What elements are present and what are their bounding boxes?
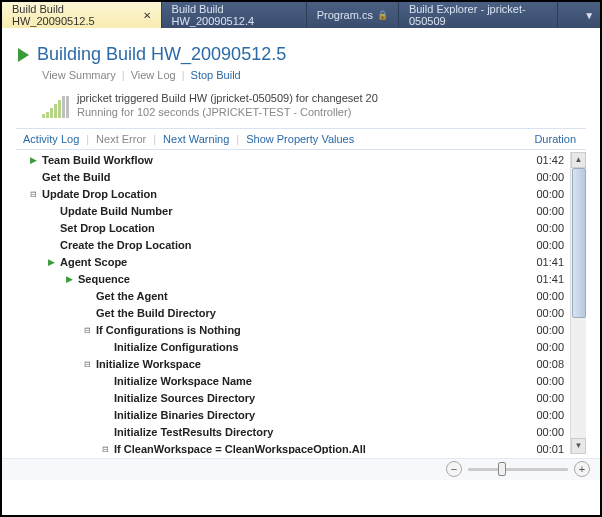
log-row-duration: 01:41 xyxy=(522,256,570,268)
expander-placeholder xyxy=(98,425,112,439)
close-icon[interactable]: ✕ xyxy=(139,10,151,21)
log-row-duration: 00:01 xyxy=(522,443,570,454)
log-row-duration: 00:08 xyxy=(522,358,570,370)
scroll-down-icon[interactable]: ▼ xyxy=(571,438,586,454)
log-row-label: Agent Scope xyxy=(60,256,522,268)
collapse-icon[interactable]: ⊟ xyxy=(80,323,94,337)
log-row-duration: 00:00 xyxy=(522,171,570,183)
log-row[interactable]: Initialize TestResults Directory00:00 xyxy=(16,424,570,441)
log-row-duration: 00:00 xyxy=(522,307,570,319)
scroll-up-icon[interactable]: ▲ xyxy=(571,152,586,168)
log-rows: ▶Team Build Workflow01:42Get the Build00… xyxy=(16,152,570,454)
vertical-scrollbar[interactable]: ▲ ▼ xyxy=(570,152,586,454)
zoom-out-button[interactable]: − xyxy=(446,461,462,477)
view-log-link[interactable]: View Log xyxy=(131,69,176,81)
view-nav: View Summary | View Log | Stop Build xyxy=(42,69,586,81)
collapse-icon[interactable]: ⊟ xyxy=(98,442,112,454)
page-title: Building Build HW_20090512.5 xyxy=(37,44,286,65)
duration-header[interactable]: Duration xyxy=(527,133,586,145)
log-row-label: Team Build Workflow xyxy=(42,154,522,166)
expander-placeholder xyxy=(44,221,58,235)
next-error-link[interactable]: Next Error xyxy=(89,133,153,145)
running-arrow-icon[interactable]: ▶ xyxy=(62,272,76,286)
status-line2: Running for 102 seconds (JPRICKET-TEST -… xyxy=(77,105,378,119)
log-row[interactable]: ⊟Initialize Workspace00:08 xyxy=(16,356,570,373)
log-row[interactable]: Update Build Number00:00 xyxy=(16,203,570,220)
log-row[interactable]: Get the Build Directory00:00 xyxy=(16,305,570,322)
log-row[interactable]: ⊟Update Drop Location00:00 xyxy=(16,186,570,203)
log-row-duration: 01:42 xyxy=(522,154,570,166)
zoom-in-button[interactable]: + xyxy=(574,461,590,477)
log-row[interactable]: Initialize Binaries Directory00:00 xyxy=(16,407,570,424)
log-row[interactable]: ▶Agent Scope01:41 xyxy=(16,254,570,271)
tab-spacer xyxy=(558,2,578,28)
tab-overflow-menu[interactable]: ▼ xyxy=(578,2,600,28)
expander-placeholder xyxy=(44,238,58,252)
log-row-duration: 00:00 xyxy=(522,409,570,421)
expander-placeholder xyxy=(98,340,112,354)
status-line1: jpricket triggered Build HW (jpricket-05… xyxy=(77,91,378,105)
log-row[interactable]: Create the Drop Location00:00 xyxy=(16,237,570,254)
running-icon xyxy=(18,48,29,62)
zoom-bar: − + xyxy=(2,458,600,480)
status-row: jpricket triggered Build HW (jpricket-05… xyxy=(42,91,586,120)
log-row-label: Update Drop Location xyxy=(42,188,522,200)
log-row-duration: 01:41 xyxy=(522,273,570,285)
tab-label: Build Explorer - jpricket-050509 xyxy=(409,3,547,27)
log-row-label: Initialize Workspace Name xyxy=(114,375,522,387)
log-row-duration: 00:00 xyxy=(522,324,570,336)
log-row[interactable]: ⊟If CleanWorkspace = CleanWorkspaceOptio… xyxy=(16,441,570,454)
tab-bar: Build Build HW_20090512.5 ✕ Build Build … xyxy=(2,2,600,28)
expander-placeholder xyxy=(44,204,58,218)
log-row-label: Get the Build Directory xyxy=(96,307,522,319)
log-row[interactable]: Get the Agent00:00 xyxy=(16,288,570,305)
title-row: Building Build HW_20090512.5 xyxy=(18,44,586,65)
lock-icon: 🔒 xyxy=(377,10,388,20)
log-filter-bar: Activity Log | Next Error | Next Warning… xyxy=(16,128,586,150)
scroll-thumb[interactable] xyxy=(572,168,586,318)
log-row-label: Update Build Number xyxy=(60,205,522,217)
separator: | xyxy=(182,69,185,81)
collapse-icon[interactable]: ⊟ xyxy=(26,187,40,201)
log-row-duration: 00:00 xyxy=(522,341,570,353)
content: Building Build HW_20090512.5 View Summar… xyxy=(2,28,600,458)
log-row-label: If Configurations is Nothing xyxy=(96,324,522,336)
log-row-label: Get the Build xyxy=(42,171,522,183)
log-row[interactable]: ▶Sequence01:41 xyxy=(16,271,570,288)
collapse-icon[interactable]: ⊟ xyxy=(80,357,94,371)
running-arrow-icon[interactable]: ▶ xyxy=(44,255,58,269)
log-row[interactable]: ⊟If Configurations is Nothing00:00 xyxy=(16,322,570,339)
log-row-duration: 00:00 xyxy=(522,392,570,404)
expander-placeholder xyxy=(80,306,94,320)
log-row[interactable]: Initialize Configurations00:00 xyxy=(16,339,570,356)
view-summary-link[interactable]: View Summary xyxy=(42,69,116,81)
running-arrow-icon[interactable]: ▶ xyxy=(26,153,40,167)
expander-placeholder xyxy=(98,374,112,388)
show-property-values-link[interactable]: Show Property Values xyxy=(239,133,361,145)
stop-build-link[interactable]: Stop Build xyxy=(191,69,241,81)
log-row-label: Sequence xyxy=(78,273,522,285)
zoom-slider[interactable] xyxy=(468,468,568,471)
log-row-duration: 00:00 xyxy=(522,426,570,438)
log-row[interactable]: ▶Team Build Workflow01:42 xyxy=(16,152,570,169)
log-area: ▶Team Build Workflow01:42Get the Build00… xyxy=(16,152,586,454)
activity-log-tab[interactable]: Activity Log xyxy=(16,133,86,145)
expander-placeholder xyxy=(98,391,112,405)
tab-label: Build Build HW_20090512.5 xyxy=(12,3,135,27)
sparkline-icon xyxy=(42,92,69,118)
tab[interactable]: Build Explorer - jpricket-050509 xyxy=(399,2,558,28)
log-row-duration: 00:00 xyxy=(522,290,570,302)
tab[interactable]: Program.cs 🔒 xyxy=(307,2,399,28)
zoom-slider-knob[interactable] xyxy=(498,462,506,476)
log-row[interactable]: Get the Build00:00 xyxy=(16,169,570,186)
tab-label: Program.cs xyxy=(317,9,373,21)
expander-placeholder xyxy=(98,408,112,422)
log-row-duration: 00:00 xyxy=(522,222,570,234)
log-row[interactable]: Initialize Workspace Name00:00 xyxy=(16,373,570,390)
tab[interactable]: Build Build HW_20090512.4 xyxy=(162,2,307,28)
log-row[interactable]: Set Drop Location00:00 xyxy=(16,220,570,237)
tab-active[interactable]: Build Build HW_20090512.5 ✕ xyxy=(2,2,162,28)
next-warning-link[interactable]: Next Warning xyxy=(156,133,236,145)
log-row-label: If CleanWorkspace = CleanWorkspaceOption… xyxy=(114,443,522,454)
log-row[interactable]: Initialize Sources Directory00:00 xyxy=(16,390,570,407)
